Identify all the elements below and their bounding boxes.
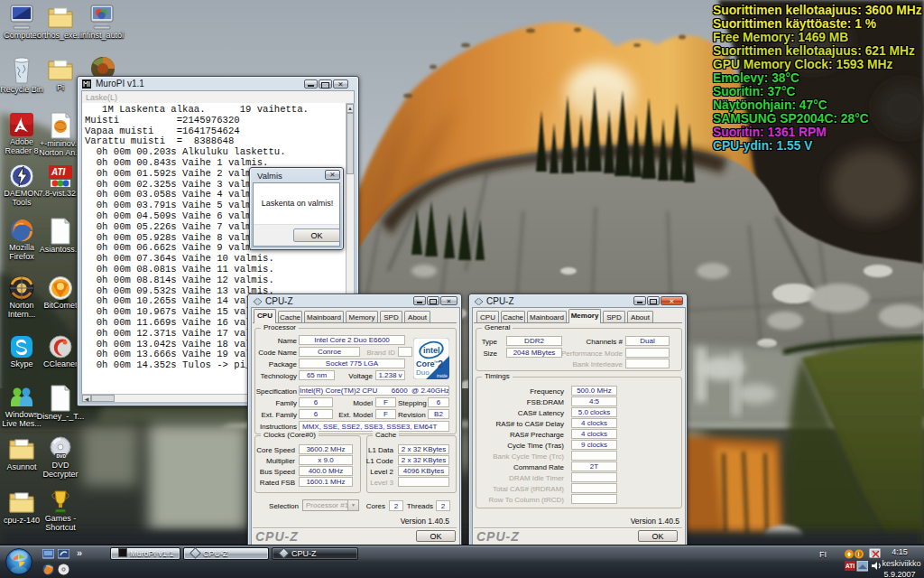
svg-text:Core: Core — [416, 359, 435, 368]
svg-text:Duo: Duo — [416, 368, 430, 377]
svg-text:ATI: ATI — [845, 563, 855, 569]
svg-text:inside: inside — [437, 374, 448, 378]
svg-text:intel: intel — [423, 346, 440, 355]
svg-text:2: 2 — [438, 359, 443, 369]
svg-text:i: i — [858, 551, 860, 557]
svg-text:DVD: DVD — [57, 453, 67, 459]
svg-text:ATI: ATI — [51, 167, 66, 177]
